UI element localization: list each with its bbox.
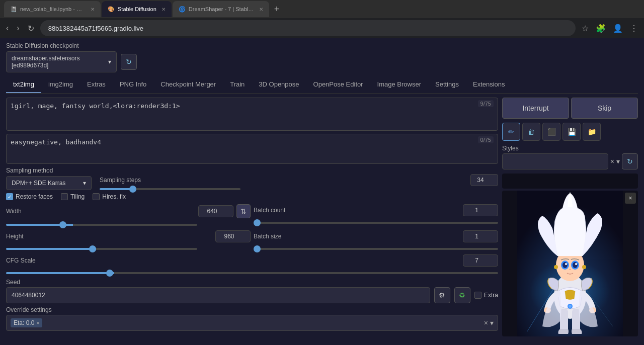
- tab-openpose-editor[interactable]: OpenPose Editor: [306, 76, 370, 93]
- svg-point-16: [575, 263, 577, 265]
- tab-bar: 📓 new_colab_file.ipynb - Colabora... ✕ 🎨…: [0, 0, 644, 18]
- extensions-icon[interactable]: 🧩: [594, 22, 608, 35]
- tab-img2img[interactable]: img2img: [41, 76, 80, 93]
- action-icons-row: ✏ 🗑 ⬛ 💾 📁: [502, 123, 638, 141]
- url-input[interactable]: [40, 20, 576, 36]
- tab-png-info[interactable]: PNG Info: [113, 76, 153, 93]
- tab-txt2img[interactable]: txt2img: [6, 76, 41, 93]
- trash-button[interactable]: 🗑: [522, 123, 540, 141]
- new-tab-button[interactable]: +: [270, 4, 284, 15]
- fire-button[interactable]: ⬛: [542, 123, 560, 141]
- batch-count-input[interactable]: [463, 204, 498, 216]
- back-button[interactable]: ‹: [4, 22, 11, 35]
- seed-random-button[interactable]: ⚙: [434, 287, 450, 303]
- tab-colab-label: new_colab_file.ipynb - Colabora...: [20, 6, 86, 12]
- checkpoint-select[interactable]: dreamshaper.safetensors [ed989d673d] ▾: [6, 51, 117, 72]
- tab-dreamshaper[interactable]: 🌀 DreamShaper - 7 | Stable Diffusio... ✕: [173, 1, 269, 17]
- styles-input[interactable]: [502, 153, 608, 169]
- restore-faces-label: Restore faces: [16, 193, 53, 200]
- tiling-label: Tiling: [70, 193, 85, 200]
- override-clear-button[interactable]: ×: [484, 319, 488, 327]
- width-slider[interactable]: [6, 224, 197, 226]
- styles-row: Styles × ▾ ↻: [502, 145, 638, 169]
- batch-size-slider[interactable]: [254, 248, 498, 250]
- tiling-checkbox[interactable]: Tiling: [61, 193, 85, 200]
- hires-fix-checkbox[interactable]: Hires. fix: [93, 193, 126, 200]
- seed-recycle-icon: ♻: [459, 291, 465, 299]
- sampling-method-select[interactable]: DPM++ SDE Karras ▾: [6, 176, 92, 190]
- save-button[interactable]: 💾: [562, 123, 581, 141]
- swap-dimensions-button[interactable]: ⇅: [236, 204, 251, 218]
- height-slider[interactable]: [6, 248, 197, 250]
- tab-extensions[interactable]: Extensions: [466, 76, 512, 93]
- styles-input-row: × ▾ ↻: [502, 153, 638, 169]
- tab-train[interactable]: Train: [223, 76, 252, 93]
- seed-recycle-button[interactable]: ♻: [454, 287, 470, 303]
- extra-label: Extra: [484, 292, 498, 299]
- restore-faces-checkbox[interactable]: ✓ Restore faces: [6, 193, 53, 200]
- tab-image-browser[interactable]: Image Browser: [370, 76, 428, 93]
- tab-sd-label: Stable Diffusion: [118, 6, 156, 12]
- interrupt-button[interactable]: Interrupt: [502, 98, 569, 119]
- skip-button[interactable]: Skip: [571, 98, 638, 119]
- batch-size-input[interactable]: [463, 230, 498, 242]
- batch-count-slider[interactable]: [254, 222, 498, 224]
- styles-label: Styles: [502, 145, 638, 152]
- tab-checkpoint-merger[interactable]: Checkpoint Merger: [153, 76, 223, 93]
- pencil-button[interactable]: ✏: [502, 123, 520, 141]
- tab-settings[interactable]: Settings: [428, 76, 466, 93]
- negative-prompt-input[interactable]: [7, 134, 498, 162]
- menu-icon[interactable]: ⋮: [628, 22, 640, 35]
- height-input[interactable]: [215, 230, 251, 242]
- folder-button[interactable]: 📁: [583, 123, 601, 141]
- cfg-input[interactable]: [463, 254, 498, 267]
- styles-refresh-button[interactable]: ↻: [622, 153, 638, 169]
- forward-button[interactable]: ›: [15, 22, 21, 35]
- styles-dropdown-button[interactable]: ▾: [616, 157, 620, 165]
- reload-button[interactable]: ↻: [26, 22, 36, 35]
- hires-fix-label: Hires. fix: [102, 193, 126, 200]
- bookmark-icon[interactable]: ☆: [580, 22, 591, 35]
- height-label: Height: [6, 233, 24, 240]
- positive-prompt-container: 9/75: [6, 98, 498, 131]
- sampling-method-dropdown-icon: ▾: [83, 180, 86, 187]
- image-display: ×: [502, 191, 638, 336]
- profile-icon[interactable]: 👤: [611, 22, 625, 35]
- svg-point-18: [582, 265, 586, 269]
- toolbar-icons: ☆ 🧩 👤 ⋮: [580, 22, 640, 35]
- generated-image: [517, 191, 623, 336]
- override-dropdown-button[interactable]: ▾: [490, 319, 494, 327]
- width-input[interactable]: [198, 205, 233, 217]
- styles-refresh-icon: ↻: [627, 157, 633, 165]
- svg-point-13: [562, 262, 568, 268]
- tab-stable-diffusion[interactable]: 🎨 Stable Diffusion ✕: [102, 1, 172, 17]
- hires-fix-checkbox-box: [93, 193, 100, 200]
- positive-prompt-input[interactable]: [7, 98, 498, 129]
- main-tabs: txt2img img2img Extras PNG Info Checkpoi…: [6, 76, 638, 94]
- restore-faces-checkmark: ✓: [8, 194, 12, 200]
- svg-point-20: [569, 305, 572, 308]
- batch-size-group: Batch size: [254, 230, 498, 251]
- tiling-checkbox-box: [61, 193, 68, 200]
- sampling-method-label: Sampling method: [6, 167, 92, 174]
- styles-clear-button[interactable]: ×: [610, 157, 614, 165]
- sampling-steps-input[interactable]: [470, 174, 498, 186]
- override-tag-close[interactable]: ×: [36, 320, 39, 326]
- tab-ds-close[interactable]: ✕: [259, 7, 263, 12]
- tab-3d-openpose[interactable]: 3D Openpose: [252, 76, 306, 93]
- tab-colab[interactable]: 📓 new_colab_file.ipynb - Colabora... ✕: [4, 1, 101, 17]
- tab-ds-label: DreamShaper - 7 | Stable Diffusio...: [189, 6, 254, 12]
- seed-input[interactable]: [6, 287, 430, 303]
- sampling-steps-slider[interactable]: [100, 188, 240, 190]
- image-close-button[interactable]: ×: [625, 193, 636, 204]
- address-bar: ‹ › ↻ ☆ 🧩 👤 ⋮: [0, 18, 644, 38]
- tab-sd-close[interactable]: ✕: [162, 7, 166, 12]
- override-label: Override settings: [6, 306, 498, 313]
- cfg-slider[interactable]: [6, 272, 498, 274]
- checkpoint-refresh-button[interactable]: ↻: [121, 54, 137, 70]
- tab-extras[interactable]: Extras: [80, 76, 113, 93]
- seed-row: ⚙ ♻ Extra: [6, 287, 498, 303]
- cfg-group: CFG Scale: [6, 254, 498, 276]
- tab-colab-close[interactable]: ✕: [91, 7, 95, 12]
- extra-checkbox[interactable]: Extra: [474, 292, 498, 299]
